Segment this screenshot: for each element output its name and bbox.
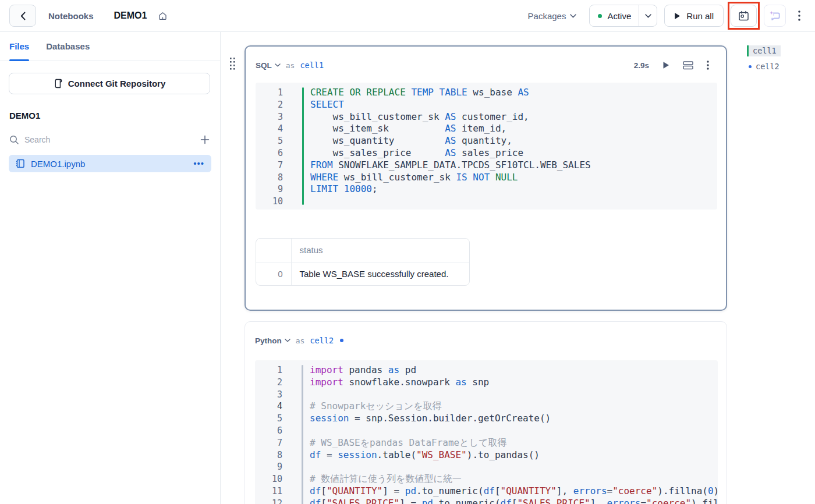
code-line — [310, 389, 718, 401]
code-line: df["SALES_PRICE"] = pd.to_numeric(df["SA… — [310, 498, 718, 504]
code-lines: CREATE OR REPLACE TEMP TABLE ws_base ASS… — [304, 83, 717, 210]
line-numbers: 123456789101112 — [255, 360, 302, 504]
minimap-item-cell1[interactable]: cell1 — [747, 45, 781, 56]
connect-git-button[interactable]: Connect Git Repository — [9, 73, 210, 94]
drag-dots-icon — [229, 57, 236, 70]
breadcrumb[interactable]: Notebooks — [48, 11, 94, 21]
packages-label: Packages — [528, 11, 566, 21]
copilot-button[interactable] — [764, 5, 786, 27]
cell2-code-editor[interactable]: 123456789101112 import pandas as pdimpor… — [255, 360, 718, 504]
back-button[interactable] — [9, 5, 36, 27]
cell1-options-button[interactable] — [707, 61, 709, 70]
code-line: LIMIT 10000; — [310, 183, 717, 196]
search-row — [9, 132, 211, 147]
chevron-down-icon — [570, 14, 576, 18]
search-icon — [9, 135, 19, 145]
more-options-button[interactable] — [793, 5, 806, 27]
cell-drag-handle[interactable] — [229, 57, 236, 72]
tab-databases[interactable]: Databases — [46, 32, 90, 61]
play-icon — [662, 61, 669, 69]
stacked-panels-icon — [683, 61, 693, 70]
code-line: ws_item_sk AS item_id, — [310, 123, 717, 135]
cell1-result-table: status 0Table WS_BASE successfully creat… — [256, 238, 470, 286]
code-line: ws_quantity AS quantity, — [310, 135, 717, 147]
sidebar-tabs: Files Databases — [0, 32, 220, 61]
code-line: session = snp.Session.builder.getOrCreat… — [310, 413, 718, 425]
session-status-split-button: Active — [589, 5, 657, 27]
file-name: DEMO1.ipynb — [31, 159, 187, 169]
result-cell-value: Table WS_BASE successfully created. — [291, 262, 469, 285]
chevron-down-icon — [275, 63, 281, 67]
result-column-header: status — [291, 239, 469, 262]
code-line: import snowflake.snowpark as snp — [310, 377, 718, 389]
search-input[interactable] — [24, 135, 194, 144]
cell2-modified-dot-icon — [340, 339, 343, 342]
result-row: 0Table WS_BASE successfully created. — [256, 262, 469, 285]
run-all-button[interactable]: Run all — [664, 5, 724, 27]
notebook-icon — [16, 159, 25, 168]
play-icon — [674, 12, 681, 20]
add-file-button[interactable] — [199, 134, 211, 145]
cell-minimap: cell1 cell2 — [747, 45, 781, 71]
code-line: WHERE ws_bill_customer_sk IS NOT NULL — [310, 172, 717, 184]
code-line: import pandas as pd — [310, 364, 718, 377]
home-icon — [158, 11, 168, 21]
packages-menu[interactable]: Packages — [528, 11, 577, 21]
file-item-demo1[interactable]: DEMO1.ipynb ••• — [9, 155, 211, 172]
cell1-duration: 2.9s — [634, 61, 649, 70]
cell1-header: SQL as cell1 2.9s — [246, 47, 726, 80]
status-label: Active — [607, 11, 631, 21]
session-status-dropdown[interactable] — [639, 5, 657, 26]
top-bar: Notebooks DEMO1 Packages Active — [0, 0, 815, 32]
schedule-calendar-icon — [738, 10, 750, 22]
cell1-run-button[interactable] — [662, 61, 669, 69]
schedule-button[interactable] — [731, 5, 757, 27]
repository-icon — [54, 79, 63, 88]
cell2-name[interactable]: cell2 — [310, 336, 334, 345]
cell1-display-mode-button[interactable] — [683, 61, 693, 70]
cell-sql-cell1[interactable]: SQL as cell1 2.9s — [245, 45, 727, 311]
cell1-code-editor[interactable]: 12345678910 CREATE OR REPLACE TEMP TABLE… — [256, 83, 717, 210]
minimap-cell1-label: cell1 — [749, 45, 781, 56]
run-all-label: Run all — [686, 11, 714, 21]
result-table-header: status — [256, 239, 469, 262]
code-line: # WS_BASEをpandas DataFrameとして取得 — [310, 437, 718, 449]
file-options-button[interactable]: ••• — [193, 161, 204, 166]
cell2-as-label: as — [296, 336, 305, 345]
sidebar-section-title: DEMO1 — [9, 111, 220, 120]
code-line: # Snowparkセッションを取得 — [310, 400, 718, 413]
cell2-language-label: Python — [255, 336, 282, 345]
chevron-left-icon — [20, 12, 26, 20]
cell-python-cell2[interactable]: Python as cell2 123456789101112 import p… — [245, 321, 727, 504]
notebook-app: Notebooks DEMO1 Packages Active — [0, 0, 815, 504]
kebab-menu-icon — [798, 10, 800, 21]
kebab-menu-icon — [707, 61, 709, 70]
plus-icon — [200, 135, 210, 144]
cell1-name[interactable]: cell1 — [300, 61, 324, 70]
code-line: FROM SNOWFLAKE_SAMPLE_DATA.TPCDS_SF10TCL… — [310, 159, 717, 172]
sidebar: Files Databases Connect Git Repository D… — [0, 32, 221, 504]
cell1-language-selector[interactable]: SQL — [256, 61, 281, 70]
code-line: SELECT — [310, 99, 717, 111]
notebook-canvas: SQL as cell1 2.9s — [221, 32, 815, 504]
tab-files[interactable]: Files — [9, 32, 29, 61]
cell1-as-label: as — [286, 61, 295, 70]
minimap-item-cell2[interactable]: cell2 — [747, 62, 781, 71]
code-line: df["QUANTITY"] = pd.to_numeric(df["QUANT… — [310, 485, 718, 498]
code-line: df = session.table("WS_BASE").to_pandas(… — [310, 449, 718, 462]
status-dot-icon — [598, 14, 602, 18]
minimap-modified-dot-icon — [749, 65, 752, 68]
code-line: ws_sales_price AS sales_price — [310, 147, 717, 159]
copilot-sparkle-icon — [768, 10, 781, 22]
chevron-down-icon — [285, 339, 290, 342]
top-actions: Packages Active — [528, 5, 806, 27]
connect-git-label: Connect Git Repository — [68, 79, 166, 88]
cell2-language-selector[interactable]: Python — [255, 336, 290, 345]
session-status-button[interactable]: Active — [590, 5, 639, 26]
code-line — [310, 196, 717, 208]
minimap-cell2-label: cell2 — [756, 62, 779, 71]
page-title: DEMO1 — [114, 10, 147, 21]
cell1-actions: 2.9s — [634, 61, 709, 70]
cell1-language-label: SQL — [256, 61, 272, 70]
chevron-down-icon — [645, 14, 651, 18]
